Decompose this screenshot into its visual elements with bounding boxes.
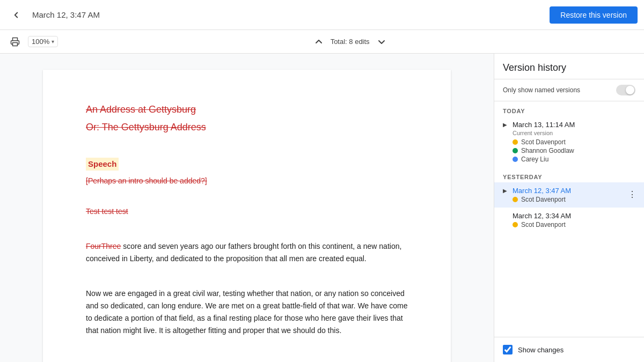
svg-rect-0 bbox=[13, 42, 18, 46]
doc-paragraph3: But, in a larger sense, we can not dedic… bbox=[86, 360, 408, 362]
doc-fourthree: FourThree bbox=[86, 242, 121, 250]
version-item-header-march12-334: March 12, 3:34 AM bbox=[503, 212, 635, 220]
version-title: March 12, 3:47 AM bbox=[32, 10, 543, 19]
version-user-carey: Carey Liu bbox=[513, 156, 635, 163]
version-users-march12-347: Scot Davenport bbox=[503, 196, 635, 203]
user-dot-shannon bbox=[513, 148, 518, 153]
user-name-shannon: Shannon Goodlaw bbox=[521, 147, 574, 154]
document-area: An Address at Gettysburg Or: The Gettysb… bbox=[0, 54, 494, 362]
top-bar: March 12, 3:47 AM Restore this version bbox=[0, 0, 644, 30]
user-dot-carey bbox=[513, 157, 518, 162]
document-page: An Address at Gettysburg Or: The Gettysb… bbox=[43, 70, 451, 362]
sidebar-filter: Only show named versions bbox=[494, 79, 644, 101]
zoom-control[interactable]: 100% ▾ bbox=[28, 36, 58, 47]
version-user-scot: Scot Davenport bbox=[513, 138, 635, 146]
version-users-march12-334: Scot Davenport bbox=[503, 221, 635, 228]
sidebar-header: Version history bbox=[494, 54, 644, 79]
doc-test: Test test test bbox=[86, 205, 408, 217]
section-yesterday-label: YESTERDAY bbox=[494, 167, 644, 182]
version-user-scot-347: Scot Davenport bbox=[513, 196, 635, 203]
doc-paragraph1: FourThree score and seven years ago our … bbox=[86, 240, 408, 265]
filter-label: Only show named versions bbox=[503, 86, 611, 94]
version-subtitle-march13: Current version bbox=[503, 130, 635, 136]
more-options-button-347[interactable]: ⋮ bbox=[625, 187, 640, 202]
version-item-header: ▶ March 13, 11:14 AM bbox=[503, 121, 635, 129]
show-changes-label: Show changes bbox=[518, 346, 564, 354]
user-dot-scot-347 bbox=[513, 197, 518, 202]
user-name-scot-334: Scot Davenport bbox=[521, 221, 566, 228]
total-edits: Total: 8 edits bbox=[331, 38, 370, 46]
back-button[interactable] bbox=[6, 5, 26, 25]
version-history-sidebar: Version history Only show named versions… bbox=[494, 54, 644, 362]
version-item-march13[interactable]: ▶ March 13, 11:14 AM Current version Sco… bbox=[494, 116, 644, 167]
main: An Address at Gettysburg Or: The Gettysb… bbox=[0, 54, 644, 362]
sidebar-versions-list: TODAY ▶ March 13, 11:14 AM Current versi… bbox=[494, 101, 644, 337]
toolbar-center: Total: 8 edits bbox=[62, 34, 638, 49]
print-button[interactable] bbox=[6, 33, 24, 50]
show-changes-checkbox[interactable] bbox=[503, 345, 513, 354]
version-chevron-icon-347: ▶ bbox=[503, 188, 509, 194]
version-item-header-march12-347: ▶ March 12, 3:47 AM bbox=[503, 187, 635, 195]
version-time-march12-334: March 12, 3:34 AM bbox=[513, 212, 571, 220]
version-item-march12-347[interactable]: ▶ March 12, 3:47 AM Scot Davenport ⋮ bbox=[494, 182, 644, 208]
user-dot-scot bbox=[513, 139, 518, 145]
nav-down-button[interactable] bbox=[374, 34, 389, 49]
doc-title: An Address at Gettysburg bbox=[86, 102, 408, 117]
toolbar: 100% ▾ Total: 8 edits bbox=[0, 30, 644, 54]
version-user-shannon: Shannon Goodlaw bbox=[513, 147, 635, 154]
section-today-label: TODAY bbox=[494, 101, 644, 116]
version-user-scot-334: Scot Davenport bbox=[513, 221, 635, 228]
show-changes-bar: Show changes bbox=[494, 337, 644, 362]
doc-speech-comment: [Perhaps an intro should be added?] bbox=[86, 175, 408, 187]
version-users-march13: Scot Davenport Shannon Goodlaw Carey Liu bbox=[503, 138, 635, 163]
sidebar-title: Version history bbox=[503, 62, 635, 73]
user-dot-scot-334 bbox=[513, 222, 518, 227]
doc-subtitle: Or: The Gettysburg Address bbox=[86, 120, 408, 135]
version-time-march12-347: March 12, 3:47 AM bbox=[513, 187, 571, 195]
restore-button[interactable]: Restore this version bbox=[550, 6, 638, 24]
version-item-march12-334[interactable]: March 12, 3:34 AM Scot Davenport bbox=[494, 208, 644, 233]
nav-up-button[interactable] bbox=[311, 34, 326, 49]
zoom-level: 100% bbox=[32, 38, 49, 46]
version-chevron-icon: ▶ bbox=[503, 122, 509, 128]
named-versions-toggle[interactable] bbox=[616, 85, 635, 95]
doc-paragraph2: Now we are engaged in a great civil war,… bbox=[86, 287, 408, 337]
version-time-march13: March 13, 11:14 AM bbox=[513, 121, 575, 129]
zoom-dropdown-icon: ▾ bbox=[52, 39, 54, 45]
user-name-scot: Scot Davenport bbox=[521, 138, 566, 146]
doc-speech-highlight: Speech bbox=[86, 158, 119, 171]
user-name-carey: Carey Liu bbox=[521, 156, 548, 163]
user-name-scot-347: Scot Davenport bbox=[521, 196, 566, 203]
